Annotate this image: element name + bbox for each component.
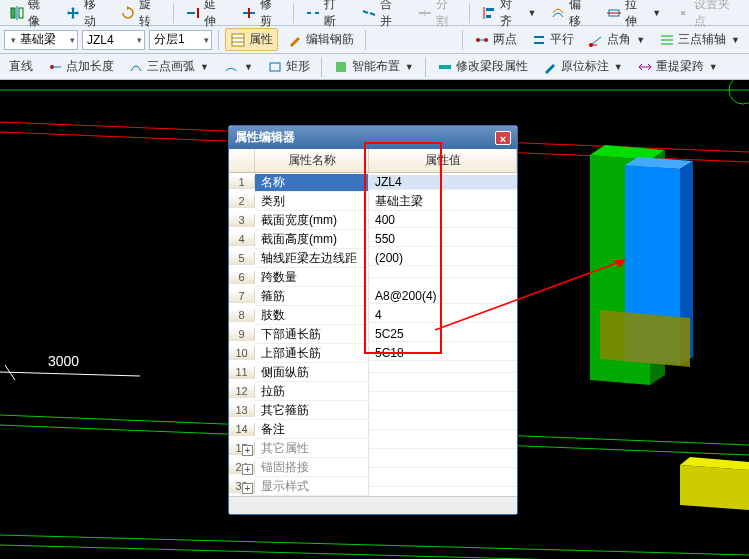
- button-modifyseg[interactable]: 修改梁段属性: [432, 55, 533, 78]
- property-name: 箍筋: [255, 288, 369, 306]
- dropdown-value: 分层1: [154, 31, 202, 48]
- toolbar-separator: [462, 30, 463, 50]
- button-twopoint[interactable]: 两点: [469, 28, 522, 51]
- dropdown-layer[interactable]: 分层1▾: [149, 30, 212, 50]
- property-row[interactable]: 5轴线距梁左边线距(200): [229, 249, 517, 268]
- button-pointangle[interactable]: 点角▼: [583, 28, 650, 51]
- property-row[interactable]: 4截面高度(mm)550: [229, 230, 517, 249]
- dialog-close-button[interactable]: ×: [495, 131, 511, 145]
- toolbar-button[interactable]: 镜像: [4, 0, 56, 33]
- property-value[interactable]: (200): [369, 251, 517, 266]
- button-origmark[interactable]: 原位标注▼: [537, 55, 628, 78]
- toolbar-separator: [365, 30, 366, 50]
- button-threepoint[interactable]: 三点辅轴▼: [654, 28, 745, 51]
- toolbar-button-label: 分割: [436, 0, 459, 30]
- property-row[interactable]: 2类别基础主梁: [229, 192, 517, 211]
- property-name: 名称: [255, 174, 369, 192]
- expand-icon[interactable]: +: [242, 483, 253, 494]
- toolbar-button[interactable]: 移动: [60, 0, 112, 33]
- property-row[interactable]: 7箍筋A8@200(4): [229, 287, 517, 306]
- property-row[interactable]: 9下部通长筋5C25: [229, 325, 517, 344]
- expand-icon[interactable]: +: [242, 464, 253, 475]
- toolbar-separator: [321, 57, 322, 77]
- property-value[interactable]: [369, 391, 517, 392]
- mirror-icon: [9, 5, 25, 21]
- property-value[interactable]: [369, 486, 517, 487]
- button-smart[interactable]: 智能布置▼: [328, 55, 419, 78]
- property-value[interactable]: [369, 429, 517, 430]
- dropdown-category[interactable]: ▾基础梁▾: [4, 30, 78, 50]
- property-row[interactable]: 3截面宽度(mm)400: [229, 211, 517, 230]
- property-value[interactable]: [369, 467, 517, 468]
- button-threearc[interactable]: 三点画弧▼: [123, 55, 214, 78]
- dropdown-name[interactable]: JZL4▾: [82, 30, 145, 50]
- property-name: 上部通长筋: [255, 345, 369, 363]
- expand-icon[interactable]: +: [242, 445, 253, 456]
- button-parallel[interactable]: 平行: [526, 28, 579, 51]
- button-edit-rebar[interactable]: 编辑钢筋: [282, 28, 359, 51]
- property-value[interactable]: [369, 448, 517, 449]
- dialog-body: 属性名称 属性值 1名称JZL42类别基础主梁3截面宽度(mm)4004截面高度…: [229, 149, 517, 514]
- property-row[interactable]: 24+锚固搭接: [229, 458, 517, 477]
- property-row[interactable]: 6跨数量: [229, 268, 517, 287]
- toolbar-button[interactable]: 旋转: [115, 0, 167, 33]
- svg-rect-19: [232, 34, 244, 46]
- button-respan[interactable]: 重提梁跨▼: [632, 55, 723, 78]
- button-line[interactable]: 直线: [4, 55, 38, 78]
- toolbar-button-label: 对齐: [500, 0, 522, 30]
- dropdown-arrow-icon: ▾: [137, 35, 142, 45]
- toolbar-separator: [218, 30, 219, 50]
- row-number: 9: [229, 328, 255, 341]
- property-row[interactable]: 13其它箍筋: [229, 401, 517, 420]
- property-name: 截面宽度(mm): [255, 212, 369, 230]
- property-row[interactable]: 8肢数4: [229, 306, 517, 325]
- property-value[interactable]: 400: [369, 213, 517, 228]
- dropdown-arrow-icon: ▼: [709, 62, 718, 72]
- property-value[interactable]: [369, 277, 517, 278]
- property-value[interactable]: 基础主梁: [369, 193, 517, 211]
- button-label: 直线: [9, 58, 33, 75]
- toolbar-button[interactable]: 合并: [356, 0, 408, 33]
- property-grid-header: 属性名称 属性值: [229, 149, 517, 173]
- property-value[interactable]: [369, 372, 517, 373]
- property-row[interactable]: 1名称JZL4: [229, 173, 517, 192]
- property-value[interactable]: A8@200(4): [369, 289, 517, 304]
- property-row[interactable]: 10上部通长筋5C18: [229, 344, 517, 363]
- property-value[interactable]: 550: [369, 232, 517, 247]
- property-value[interactable]: 4: [369, 308, 517, 323]
- property-value[interactable]: [369, 410, 517, 411]
- property-row[interactable]: 14备注: [229, 420, 517, 439]
- property-name: 截面高度(mm): [255, 231, 369, 249]
- property-value[interactable]: JZL4: [369, 175, 517, 190]
- toolbar-button[interactable]: 延伸: [180, 0, 232, 33]
- property-row[interactable]: 39+显示样式: [229, 477, 517, 496]
- grid-scrollbar[interactable]: [229, 496, 517, 514]
- toolbar-button[interactable]: ▼: [218, 56, 258, 78]
- property-editor-dialog: 属性编辑器 × 属性名称 属性值 1名称JZL42类别基础主梁3截面宽度(mm)…: [228, 125, 518, 515]
- toolbar-button-label: 修剪: [260, 0, 283, 30]
- button-properties[interactable]: 属性: [225, 28, 278, 51]
- property-row[interactable]: 12拉筋: [229, 382, 517, 401]
- break-icon: [305, 5, 321, 21]
- property-name: 备注: [255, 421, 369, 439]
- toolbar-button[interactable]: 分割: [412, 0, 464, 33]
- property-name: 其它箍筋: [255, 402, 369, 420]
- property-name: 轴线距梁左边线距: [255, 250, 369, 268]
- dialog-titlebar[interactable]: 属性编辑器 ×: [229, 126, 517, 149]
- svg-line-38: [0, 535, 749, 555]
- property-value[interactable]: 5C25: [369, 327, 517, 342]
- property-row[interactable]: 11侧面纵筋: [229, 363, 517, 382]
- property-name: 侧面纵筋: [255, 364, 369, 382]
- property-row[interactable]: 15+其它属性: [229, 439, 517, 458]
- button-addlen[interactable]: 点加长度: [42, 55, 119, 78]
- svg-rect-18: [681, 11, 685, 15]
- button-label: 属性: [249, 31, 273, 48]
- toolbar-button-label: 延伸: [204, 0, 227, 30]
- button-rect[interactable]: 矩形: [262, 55, 315, 78]
- property-value[interactable]: 5C18: [369, 346, 517, 361]
- toolbar-button-label: 偏移: [569, 0, 592, 30]
- svg-point-27: [589, 43, 593, 47]
- toolbar-button-label: 移动: [84, 0, 107, 30]
- property-name: 锚固搭接: [255, 459, 369, 477]
- addlen-icon: [47, 59, 63, 75]
